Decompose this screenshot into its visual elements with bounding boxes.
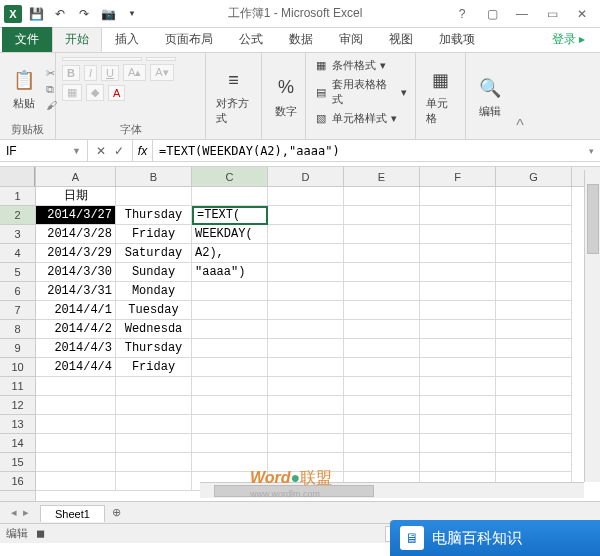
- cell-B8[interactable]: Wednesda: [116, 320, 192, 339]
- col-header-D[interactable]: D: [268, 167, 344, 186]
- cell-C5[interactable]: "aaaa"): [192, 263, 268, 282]
- sheet-nav[interactable]: ◂▸: [0, 506, 40, 519]
- border-button[interactable]: ▦: [62, 84, 82, 101]
- underline-button[interactable]: U: [101, 65, 119, 81]
- cell-C7[interactable]: [192, 301, 268, 320]
- cell-C6[interactable]: [192, 282, 268, 301]
- tab-addins[interactable]: 加载项: [426, 27, 488, 52]
- tab-file[interactable]: 文件: [2, 27, 52, 52]
- row-header-3[interactable]: 3: [0, 225, 35, 244]
- cell-B10[interactable]: Friday: [116, 358, 192, 377]
- cell-D7[interactable]: [268, 301, 344, 320]
- cell-E10[interactable]: [344, 358, 420, 377]
- format-as-table-button[interactable]: ▤套用表格格式 ▾: [312, 76, 409, 108]
- save-icon[interactable]: 💾: [26, 4, 46, 24]
- increase-font-button[interactable]: A▴: [123, 64, 146, 81]
- horizontal-scrollbar[interactable]: [200, 482, 584, 498]
- cell-E8[interactable]: [344, 320, 420, 339]
- maximize-icon[interactable]: ▭: [538, 4, 566, 24]
- cell-F7[interactable]: [420, 301, 496, 320]
- cell-D3[interactable]: [268, 225, 344, 244]
- cell-D9[interactable]: [268, 339, 344, 358]
- cell-G10[interactable]: [496, 358, 572, 377]
- fx-icon[interactable]: fx: [133, 140, 153, 161]
- bold-button[interactable]: B: [62, 65, 80, 81]
- number-format-button[interactable]: % 数字: [268, 72, 304, 121]
- row-header-5[interactable]: 5: [0, 263, 35, 282]
- cell-E12[interactable]: [344, 396, 420, 415]
- cell-G3[interactable]: [496, 225, 572, 244]
- cell-C3[interactable]: WEEKDAY(: [192, 225, 268, 244]
- cell-G13[interactable]: [496, 415, 572, 434]
- cell-A6[interactable]: 2014/3/31: [36, 282, 116, 301]
- cell-E3[interactable]: [344, 225, 420, 244]
- cell-A13[interactable]: [36, 415, 116, 434]
- cell-C2[interactable]: =TEXT(: [192, 206, 268, 225]
- tab-insert[interactable]: 插入: [102, 27, 152, 52]
- close-icon[interactable]: ✕: [568, 4, 596, 24]
- cell-G12[interactable]: [496, 396, 572, 415]
- cell-E7[interactable]: [344, 301, 420, 320]
- cells-area[interactable]: 日期2014/3/27Thursday=TEXT(2014/3/28Friday…: [36, 187, 600, 491]
- login-link[interactable]: 登录 ▸: [539, 27, 598, 52]
- cell-A11[interactable]: [36, 377, 116, 396]
- cell-G15[interactable]: [496, 453, 572, 472]
- cell-D10[interactable]: [268, 358, 344, 377]
- cell-D1[interactable]: [268, 187, 344, 206]
- cell-E6[interactable]: [344, 282, 420, 301]
- cell-E2[interactable]: [344, 206, 420, 225]
- italic-button[interactable]: I: [84, 65, 97, 81]
- cell-C10[interactable]: [192, 358, 268, 377]
- cell-G7[interactable]: [496, 301, 572, 320]
- row-header-9[interactable]: 9: [0, 339, 35, 358]
- col-header-G[interactable]: G: [496, 167, 572, 186]
- cell-B13[interactable]: [116, 415, 192, 434]
- select-all-corner[interactable]: [0, 167, 35, 187]
- cells-button[interactable]: ▦ 单元格: [422, 64, 459, 128]
- cell-G4[interactable]: [496, 244, 572, 263]
- cell-B11[interactable]: [116, 377, 192, 396]
- fill-color-button[interactable]: ◆: [86, 84, 104, 101]
- cell-F3[interactable]: [420, 225, 496, 244]
- paste-button[interactable]: 📋 粘贴: [6, 64, 42, 113]
- cell-G6[interactable]: [496, 282, 572, 301]
- cell-F8[interactable]: [420, 320, 496, 339]
- cell-G5[interactable]: [496, 263, 572, 282]
- tab-review[interactable]: 审阅: [326, 27, 376, 52]
- cell-G2[interactable]: [496, 206, 572, 225]
- cell-D12[interactable]: [268, 396, 344, 415]
- cell-B7[interactable]: Tuesday: [116, 301, 192, 320]
- col-header-C[interactable]: C: [192, 167, 268, 186]
- cell-B9[interactable]: Thursday: [116, 339, 192, 358]
- row-header-7[interactable]: 7: [0, 301, 35, 320]
- cell-B15[interactable]: [116, 453, 192, 472]
- cell-A3[interactable]: 2014/3/28: [36, 225, 116, 244]
- cell-C12[interactable]: [192, 396, 268, 415]
- cell-B6[interactable]: Monday: [116, 282, 192, 301]
- cell-A2[interactable]: 2014/3/27: [36, 206, 116, 225]
- cell-F4[interactable]: [420, 244, 496, 263]
- tab-data[interactable]: 数据: [276, 27, 326, 52]
- cell-A7[interactable]: 2014/4/1: [36, 301, 116, 320]
- cell-F5[interactable]: [420, 263, 496, 282]
- cell-E9[interactable]: [344, 339, 420, 358]
- undo-icon[interactable]: ↶: [50, 4, 70, 24]
- cell-E13[interactable]: [344, 415, 420, 434]
- name-box[interactable]: IF▼: [0, 140, 88, 161]
- row-header-2[interactable]: 2: [0, 206, 35, 225]
- cell-D15[interactable]: [268, 453, 344, 472]
- expand-formula-icon[interactable]: ▾: [582, 140, 600, 161]
- cell-D8[interactable]: [268, 320, 344, 339]
- cell-F6[interactable]: [420, 282, 496, 301]
- cell-A5[interactable]: 2014/3/30: [36, 263, 116, 282]
- row-header-10[interactable]: 10: [0, 358, 35, 377]
- cell-A4[interactable]: 2014/3/29: [36, 244, 116, 263]
- cell-A1[interactable]: 日期: [36, 187, 116, 206]
- font-size-dropdown[interactable]: [146, 57, 176, 61]
- font-color-button[interactable]: A: [108, 85, 125, 101]
- row-header-1[interactable]: 1: [0, 187, 35, 206]
- cell-A16[interactable]: [36, 472, 116, 491]
- col-header-F[interactable]: F: [420, 167, 496, 186]
- cell-styles-button[interactable]: ▧单元格样式 ▾: [312, 110, 399, 127]
- cell-C8[interactable]: [192, 320, 268, 339]
